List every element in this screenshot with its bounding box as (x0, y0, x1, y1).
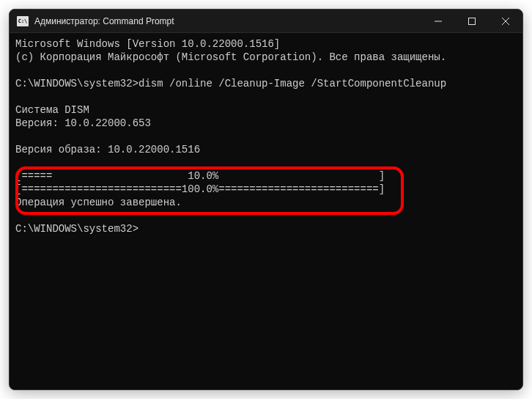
progress-line: [===== 10.0% ] (15, 170, 385, 182)
window-controls (421, 10, 522, 32)
prompt-path: C:\WINDOWS\system32> (15, 78, 138, 89)
maximize-button[interactable] (455, 10, 489, 32)
window-title: Администратор: Command Prompt (34, 16, 174, 26)
output-line: Версия образа: 10.0.22000.1516 (15, 144, 200, 155)
titlebar: C:\ Администратор: Command Prompt (10, 10, 522, 33)
output-line: Microsoft Windows [Version 10.0.22000.15… (15, 38, 280, 50)
prompt-path: C:\WINDOWS\system32> (15, 223, 138, 235)
maximize-icon (468, 18, 476, 25)
progress-line: [==========================100.0%=======… (15, 183, 385, 195)
cmd-icon: C:\ (17, 16, 29, 26)
minimize-icon (435, 18, 442, 25)
close-button[interactable] (489, 10, 522, 32)
command-prompt-window: C:\ Администратор: Command Prompt Micros… (9, 9, 523, 390)
minimize-button[interactable] (421, 10, 455, 32)
output-line: Cистема DISM (15, 104, 89, 116)
titlebar-left: C:\ Администратор: Command Prompt (10, 16, 174, 26)
command-text: dism /online /Cleanup-Image /StartCompon… (138, 78, 446, 89)
close-icon (502, 18, 509, 25)
svg-rect-1 (469, 18, 476, 24)
output-line: (c) Корпорация Майкрософт (Microsoft Cor… (15, 51, 446, 63)
success-line: Операция успешно завершена. (15, 197, 182, 208)
console-output[interactable]: Microsoft Windows [Version 10.0.22000.15… (10, 33, 522, 240)
output-line: Версия: 10.0.22000.653 (15, 117, 151, 129)
